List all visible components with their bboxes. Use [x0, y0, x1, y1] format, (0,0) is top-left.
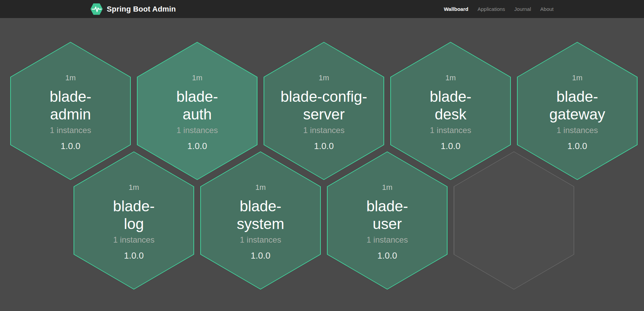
empty-hexagon-slot — [454, 151, 574, 290]
hexagon-content: 1m blade- admin 1 instances 1.0.0 — [10, 42, 131, 180]
hexagon-content: 1m blade- user 1 instances 1.0.0 — [327, 151, 447, 290]
app-hexagon-blade-user[interactable]: 1m blade- user 1 instances 1.0.0 — [327, 151, 447, 290]
app-hexagon-blade-log[interactable]: 1m blade- log 1 instances 1.0.0 — [74, 151, 194, 290]
app-name: blade- auth — [176, 88, 218, 123]
app-hexagon-blade-admin[interactable]: 1m blade- admin 1 instances 1.0.0 — [10, 42, 131, 180]
app-uptime: 1m — [255, 183, 266, 192]
app-hexagon-blade-auth[interactable]: 1m blade- auth 1 instances 1.0.0 — [137, 42, 257, 180]
app-instance-count: 1 instances — [50, 126, 91, 135]
hexagon-content: 1m blade- system 1 instances 1.0.0 — [200, 151, 321, 290]
app-name: blade-config- server — [281, 88, 367, 123]
app-name: blade- log — [113, 197, 155, 233]
app-instance-count: 1 instances — [303, 126, 344, 135]
app-uptime: 1m — [129, 183, 139, 192]
nav-item-about[interactable]: About — [540, 6, 553, 12]
app-instance-count: 1 instances — [113, 235, 154, 245]
wallboard: 1m blade- admin 1 instances 1.0.0 1m bla… — [0, 18, 644, 311]
app-uptime: 1m — [445, 73, 456, 82]
app-version: 1.0.0 — [61, 141, 80, 151]
app-uptime: 1m — [382, 183, 393, 192]
brand-link[interactable]: Spring Boot Admin — [91, 3, 176, 15]
app-uptime: 1m — [192, 73, 203, 82]
hexagon-content: 1m blade- log 1 instances 1.0.0 — [74, 151, 194, 290]
app-version: 1.0.0 — [187, 141, 207, 151]
app-name: blade- desk — [430, 88, 471, 123]
app-header: Spring Boot Admin WallboardApplicationsJ… — [0, 0, 644, 18]
app-hexagon-blade-desk[interactable]: 1m blade- desk 1 instances 1.0.0 — [390, 42, 511, 180]
app-version: 1.0.0 — [124, 250, 144, 261]
hexagon-content: 1m blade- auth 1 instances 1.0.0 — [137, 42, 257, 180]
app-name: blade- system — [237, 197, 284, 233]
app-uptime: 1m — [65, 73, 76, 82]
app-version: 1.0.0 — [251, 250, 270, 261]
app-version: 1.0.0 — [567, 141, 587, 151]
pulse-hexagon-icon — [91, 3, 103, 15]
app-instance-count: 1 instances — [176, 126, 218, 135]
app-uptime: 1m — [319, 73, 329, 82]
app-version: 1.0.0 — [314, 141, 334, 151]
app-instance-count: 1 instances — [556, 126, 598, 135]
app-name: blade- admin — [50, 88, 91, 123]
app-version: 1.0.0 — [441, 141, 460, 151]
nav-item-wallboard[interactable]: Wallboard — [444, 6, 468, 12]
hexagon-content: 1m blade-config- server 1 instances 1.0.… — [264, 42, 384, 180]
nav-item-journal[interactable]: Journal — [514, 6, 531, 12]
app-uptime: 1m — [572, 73, 583, 82]
app-hexagon-blade-gateway[interactable]: 1m blade- gateway 1 instances 1.0.0 — [517, 42, 638, 180]
header-container: Spring Boot Admin WallboardApplicationsJ… — [91, 0, 554, 18]
app-name: blade- gateway — [549, 88, 605, 123]
nav-item-applications[interactable]: Applications — [477, 6, 505, 12]
brand-title: Spring Boot Admin — [107, 5, 176, 14]
hexagon-content: 1m blade- desk 1 instances 1.0.0 — [390, 42, 511, 180]
main-nav: WallboardApplicationsJournalAbout — [444, 6, 553, 12]
hexagon-content: 1m blade- gateway 1 instances 1.0.0 — [517, 42, 638, 180]
app-hexagon-blade-system[interactable]: 1m blade- system 1 instances 1.0.0 — [200, 151, 321, 290]
empty-hexagon-background — [454, 152, 574, 289]
app-instance-count: 1 instances — [430, 126, 471, 135]
app-name: blade- user — [366, 197, 408, 233]
app-instance-count: 1 instances — [366, 235, 408, 245]
app-version: 1.0.0 — [377, 250, 397, 261]
app-instance-count: 1 instances — [240, 235, 281, 245]
app-hexagon-blade-config-server[interactable]: 1m blade-config- server 1 instances 1.0.… — [264, 42, 384, 180]
